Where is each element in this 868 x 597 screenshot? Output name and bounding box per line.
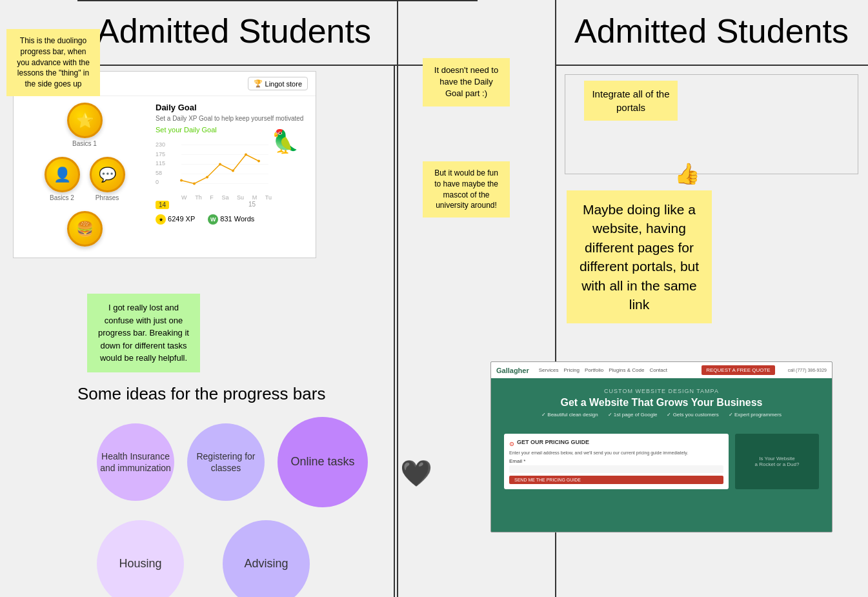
words-value: 831 Words (220, 215, 254, 223)
health-insurance-circle[interactable]: Health Insurance and immunization (97, 423, 174, 501)
advising-circle[interactable]: Advising (223, 520, 310, 597)
right-panel-title: Admitted Students (574, 12, 849, 50)
get-icon: ⊙ (509, 441, 514, 447)
right-panel-title-border (555, 65, 868, 66)
email-label: Email * (509, 458, 723, 464)
registering-classes-circle[interactable]: Registering for classes (187, 423, 265, 501)
next-circle: 🍔 (67, 211, 103, 247)
website-bottom-section: ⊙ GET OUR PRICING GUIDE Enter your email… (491, 434, 832, 489)
xp-value: 6249 XP (168, 215, 195, 223)
website-form-area: ⊙ GET OUR PRICING GUIDE Enter your email… (504, 434, 729, 489)
progress-right-value: 15 (248, 201, 256, 209)
housing-item: Housing (97, 520, 184, 597)
website-screenshot: Gallagher Services Pricing Portfolio Plu… (490, 361, 833, 532)
duo-chart-wrapper: 230 175 115 58 0 (156, 140, 309, 201)
duo-store-button[interactable]: 🏆 Lingot store (248, 77, 308, 90)
website-phone: call (777) 386-9329 (788, 368, 827, 372)
email-input-display (509, 465, 723, 473)
note-integrate-portals: Integrate all of the portals (584, 81, 678, 121)
note-confused: I got really lost and confuse with just … (87, 294, 200, 372)
note-website-idea: Maybe doing like a website, having diffe… (567, 190, 712, 323)
duo-right-section: 🦜 Daily Goal Set a Daily XP Goal to help… (149, 103, 309, 247)
website-hero-section: CUSTOM WEBSITE DESIGN TAMPA Get a Websit… (491, 378, 832, 434)
duolingo-screenshot: guese skills 🏆 Lingot store ⭐ Basics 1 👤… (13, 71, 316, 258)
basics2-label: Basics 2 (50, 194, 74, 201)
basics2-item: 👤 Basics 2 (45, 157, 80, 201)
svg-point-6 (193, 183, 196, 185)
housing-circle[interactable]: Housing (97, 520, 184, 597)
progress-section-title: Some ideas for the progress bars (77, 384, 452, 404)
website-img-text: Is Your Website a Rocket or a Dud? (752, 452, 803, 471)
website-hero-title: Get a Website That Grows Your Business (504, 397, 819, 409)
website-image-preview: Is Your Website a Rocket or a Dud? (735, 434, 819, 489)
basics1-item: ⭐ Basics 1 (67, 103, 103, 147)
registering-classes-label: Registering for classes (187, 450, 265, 474)
left-title-area: Admitted Students (77, 0, 478, 62)
chart-area: WThFSaSuMTu (168, 140, 272, 201)
duo-body: ⭐ Basics 1 👤 Basics 2 💬 Phrases 🍔 (14, 96, 316, 253)
phrases-label: Phrases (96, 194, 119, 201)
duo-skills-left: ⭐ Basics 1 👤 Basics 2 💬 Phrases 🍔 (20, 103, 149, 247)
basics1-circle: ⭐ (67, 103, 103, 138)
website-form-description: Enter your email address below, and we'l… (509, 450, 723, 455)
circles-row-2: Housing Advising (77, 520, 452, 597)
phrases-circle: 💬 (90, 157, 125, 192)
advising-item: Advising (223, 520, 310, 597)
words-badge-icon: W (208, 214, 218, 225)
health-insurance-item: Health Insurance and immunization (97, 423, 174, 501)
online-tasks-label: Online tasks (290, 454, 354, 469)
website-nav-links: Services Pricing Portfolio Plugins & Cod… (539, 367, 667, 373)
registering-classes-item: Registering for classes (187, 423, 265, 501)
website-badge: CUSTOM WEBSITE DESIGN TAMPA (504, 388, 819, 394)
progress-section: Some ideas for the progress bars Health … (77, 384, 452, 597)
circles-row-1: Health Insurance and immunization Regist… (77, 417, 452, 507)
daily-goal-description: Set a Daily XP Goal to help keep yoursel… (156, 115, 309, 122)
left-panel-title: Admitted Students (97, 12, 458, 50)
svg-point-5 (180, 179, 183, 182)
website-cta-button[interactable]: REQUEST A FREE QUOTE (701, 365, 774, 375)
advising-label: Advising (244, 556, 288, 571)
website-logo: Gallagher (496, 367, 529, 374)
right-title-area: Admitted Students (555, 0, 868, 62)
health-insurance-label: Health Insurance and immunization (97, 450, 174, 474)
website-nav-bar: Gallagher Services Pricing Portfolio Plu… (491, 362, 832, 378)
daily-goal-title: Daily Goal (156, 103, 309, 112)
duo-row-2: 👤 Basics 2 💬 Phrases (45, 157, 125, 201)
xp-stat: ★ 6249 XP (156, 214, 195, 225)
note-mascot-fun: But it would be fun to have maybe the ma… (423, 161, 510, 218)
thumbs-up-right-icon: 👍 (674, 161, 700, 186)
svg-point-11 (257, 160, 260, 163)
online-tasks-item: Online tasks (278, 417, 368, 507)
basics1-label: Basics 1 (72, 140, 97, 147)
duo-stats: ★ 6249 XP W 831 Words (156, 214, 309, 225)
svg-point-9 (232, 170, 234, 172)
left-panel-title-border (77, 65, 478, 66)
housing-label: Housing (119, 556, 161, 571)
svg-point-10 (245, 154, 247, 156)
basics2-circle: 👤 (45, 157, 80, 192)
xp-badge-icon: ★ (156, 214, 166, 225)
website-checks: ✓ Beautiful clean design ✓ 1st page of G… (504, 412, 819, 418)
note-duolingo-progress: This is the duolingo progress bar, when … (6, 29, 100, 96)
words-stat: W 831 Words (208, 214, 254, 225)
online-tasks-circle[interactable]: Online tasks (278, 417, 368, 507)
pricing-guide-button[interactable]: SEND ME THE PRICING GUIDE (509, 476, 723, 484)
phrases-item: 💬 Phrases (90, 157, 125, 201)
progress-left-value: 14 (156, 201, 169, 209)
heart-icon: 🖤 (400, 458, 432, 489)
chart-y-labels: 230 175 115 58 0 (156, 140, 165, 185)
website-form-header: ⊙ GET OUR PRICING GUIDE (509, 439, 723, 449)
svg-point-8 (219, 163, 221, 166)
chart-x-labels: WThFSaSuMTu (181, 194, 272, 201)
lingot-icon: 🏆 (254, 79, 263, 88)
chart-svg (168, 140, 272, 192)
note-daily-goal: It doesn't need to have the Daily Goal p… (423, 58, 510, 106)
website-form-title: GET OUR PRICING GUIDE (517, 439, 589, 445)
next-circle-item: 🍔 (67, 211, 103, 247)
progress-range-row: 14 15 (156, 201, 256, 209)
svg-point-7 (206, 176, 208, 179)
